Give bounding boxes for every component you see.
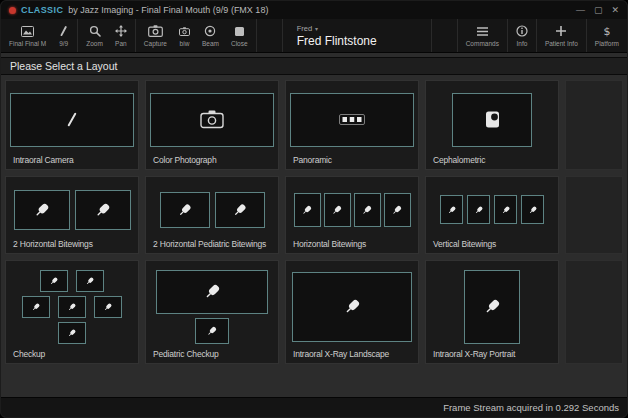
minimize-button[interactable]: —	[576, 6, 585, 15]
layout-card-label: 2 Horizontal Pediatric Bitewings	[146, 239, 278, 253]
sensor-icon	[31, 302, 41, 312]
window-controls: — ▢ ✕	[576, 6, 619, 15]
layout-card-label: Horizontal Bitewings	[286, 239, 418, 253]
layout-card-label: Panoramic	[286, 155, 418, 169]
svg-text:$: $	[603, 25, 610, 37]
layout-card-color-photograph[interactable]: Color Photograph	[145, 80, 279, 170]
camera-icon	[148, 25, 163, 38]
thumbnail-row	[160, 192, 265, 228]
empty-grid-cell	[565, 176, 623, 254]
patient-selector-label: Fred	[297, 24, 312, 33]
toolbar-zoom-button[interactable]: Zoom	[80, 23, 109, 49]
toolbar-commands-button[interactable]: Commands	[460, 23, 505, 49]
layout-thumbnail	[286, 177, 418, 239]
sensor-icon	[203, 282, 222, 301]
camera-small-icon	[179, 25, 190, 38]
image-slot-box	[294, 193, 321, 227]
record-dot-icon	[9, 7, 16, 14]
layout-card-cephalometric[interactable]: Cephalometric	[425, 80, 559, 170]
toolbar-biw-button[interactable]: biw	[173, 23, 196, 49]
layout-card-intraoral-x-ray-portrait[interactable]: Intraoral X-Ray Portrait	[425, 260, 559, 364]
toolbar-group: ZoomPan	[78, 19, 136, 52]
image-slot-box	[75, 190, 131, 230]
patient-name: Fred Flintstone	[297, 34, 417, 48]
sensor-icon	[361, 204, 373, 216]
sensor-icon	[232, 202, 248, 218]
layout-card-label: Intraoral Camera	[6, 155, 138, 169]
toolbar-platform-label: Platform	[595, 40, 619, 47]
sensor-icon	[331, 204, 343, 216]
thumbnail-row	[195, 318, 229, 344]
patient-selector-top: Fred ▾	[297, 24, 417, 33]
status-text: Frame Stream acquired in 0.292 Seconds	[443, 402, 619, 413]
layout-card-horizontal-bitewings[interactable]: Horizontal Bitewings	[285, 176, 419, 254]
layout-card-label: Vertical Bitewings	[426, 239, 558, 253]
layout-card-label: Intraoral X-Ray Landscape	[286, 349, 418, 363]
image-slot-box	[76, 270, 104, 292]
thumbnail-row	[292, 272, 412, 342]
thumbnail-row	[22, 296, 122, 318]
close-window-button[interactable]: ✕	[611, 6, 619, 15]
toolbar-beam-button[interactable]: Beam	[196, 23, 225, 49]
toolbar-zoom-label: Zoom	[86, 40, 103, 47]
main-area: Please Select a Layout Intraoral CameraC…	[1, 53, 627, 397]
image-slot-box	[58, 322, 86, 344]
layout-card-intraoral-camera[interactable]: Intraoral Camera	[5, 80, 139, 170]
toolbar-platform-button[interactable]: $Platform	[589, 23, 625, 49]
image-slot-box	[494, 195, 517, 224]
layout-thumbnail	[146, 81, 278, 155]
toolbar-capture-button[interactable]: Capture	[138, 23, 173, 49]
image-slot-box	[40, 270, 68, 292]
sensor-icon	[501, 205, 511, 215]
thumbnail-row	[150, 93, 274, 147]
toolbar-final-mouth-button[interactable]: Final Final M	[3, 23, 52, 49]
toolbar-final-mouth-label: Final Final M	[9, 40, 46, 47]
pen-icon	[62, 110, 82, 130]
toolbar-info-label: Info	[516, 40, 527, 47]
sensor-icon	[447, 205, 457, 215]
layout-card-pediatric-checkup[interactable]: Pediatric Checkup	[145, 260, 279, 364]
thumbnail-row	[40, 270, 104, 292]
layout-card-panoramic[interactable]: Panoramic	[285, 80, 419, 170]
layout-card-2-horizontal-bitewings[interactable]: 2 Horizontal Bitewings	[5, 176, 139, 254]
title-bar: CLASSIC by Jazz Imaging - Final Final Mo…	[1, 1, 627, 19]
toolbar-close-button[interactable]: Close	[225, 23, 254, 49]
image-slot-box	[464, 270, 520, 344]
image-slot-box	[156, 270, 268, 314]
patient-selector[interactable]: Fred ▾ Fred Flintstone	[282, 19, 432, 52]
toolbar-group: Commands	[457, 19, 507, 52]
app-window: CLASSIC by Jazz Imaging - Final Final Mo…	[0, 0, 628, 418]
empty-grid-cell	[565, 80, 623, 170]
sensor-icon	[67, 302, 77, 312]
toolbar-pan-button[interactable]: Pan	[109, 23, 133, 49]
image-slot-box	[354, 193, 381, 227]
layout-thumbnail	[146, 177, 278, 239]
sensor-icon	[49, 276, 59, 286]
toolbar: Final Final M9/9ZoomPanCapturebiwBeamClo…	[1, 19, 627, 53]
layout-card-vertical-bitewings[interactable]: Vertical Bitewings	[425, 176, 559, 254]
empty-grid-cell	[565, 260, 623, 364]
ceph-icon	[484, 110, 501, 129]
layout-card-intraoral-x-ray-landscape[interactable]: Intraoral X-Ray Landscape	[285, 260, 419, 364]
maximize-button[interactable]: ▢	[594, 6, 603, 15]
image-slot-box	[292, 272, 412, 342]
thumbnail-row	[440, 195, 544, 224]
film-icon	[339, 114, 365, 125]
layout-thumbnail	[6, 177, 138, 239]
image-slot-box	[290, 93, 414, 147]
thumbnail-row	[452, 93, 532, 147]
sensor-icon	[343, 297, 362, 316]
layout-card-checkup[interactable]: Checkup	[5, 260, 139, 364]
layout-card-label: Pediatric Checkup	[146, 349, 278, 363]
toolbar-info-button[interactable]: Info	[510, 23, 534, 49]
sensor-icon	[528, 205, 538, 215]
toolbar-patient-info-button[interactable]: Patient Info	[539, 23, 584, 49]
status-bar: Frame Stream acquired in 0.292 Seconds	[1, 397, 627, 417]
sensor-icon	[391, 204, 403, 216]
image-slot-box	[10, 93, 134, 147]
layout-card-2-horizontal-pediatric-bitewings[interactable]: 2 Horizontal Pediatric Bitewings	[145, 176, 279, 254]
image-slot-box	[22, 296, 50, 318]
toolbar-commands-label: Commands	[466, 40, 499, 47]
toolbar-beam-label: Beam	[202, 40, 219, 47]
toolbar-mouth-count-button[interactable]: 9/9	[52, 23, 75, 49]
